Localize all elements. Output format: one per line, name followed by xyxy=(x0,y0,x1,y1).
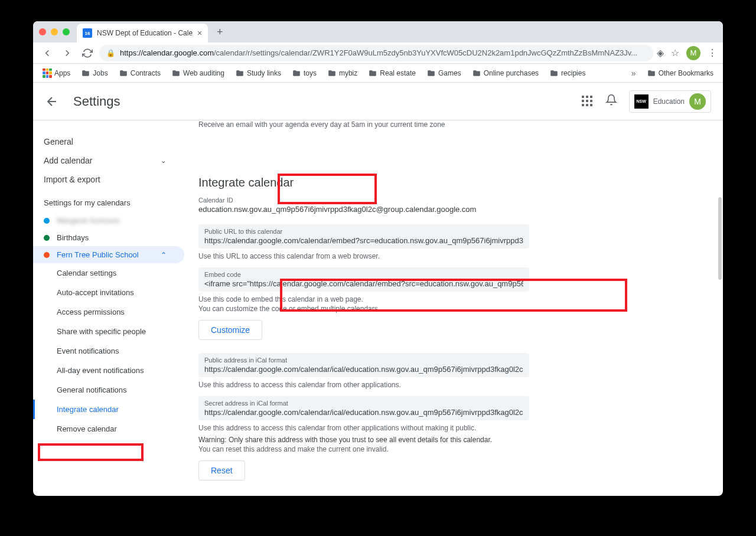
apps-shortcut[interactable]: Apps xyxy=(39,66,74,80)
field-public-url[interactable]: Public URL to this calendar https://cale… xyxy=(198,224,529,249)
folder-icon xyxy=(426,69,436,77)
brand-box[interactable]: NSW Education M xyxy=(629,90,711,113)
field-embed-code[interactable]: Embed code <iframe src="https://calendar… xyxy=(198,267,529,292)
help-text: Use this address to access this calendar… xyxy=(198,381,529,389)
annotation-highlight-sidebar xyxy=(38,443,144,461)
calendar-color-dot xyxy=(44,235,50,241)
sidebar-import-export[interactable]: Import & export xyxy=(33,170,184,189)
sub-allday-notifications[interactable]: All-day event notifications xyxy=(33,361,184,380)
field-value: https://calendar.google.com/calendar/emb… xyxy=(204,236,523,245)
reload-button[interactable] xyxy=(79,45,96,61)
sub-auto-accept[interactable]: Auto-accept invitations xyxy=(33,283,184,302)
notifications-icon[interactable] xyxy=(605,94,617,109)
folder-icon xyxy=(549,69,559,77)
sub-access-permissions[interactable]: Access permissions xyxy=(33,302,184,322)
field-value[interactable]: education.nsw.gov.au_qm9p567i6jmivrppd3f… xyxy=(198,205,529,214)
profile-avatar[interactable]: M xyxy=(686,46,700,60)
bookmark-label: Apps xyxy=(54,69,70,77)
bookmark-mybiz[interactable]: mybiz xyxy=(324,67,361,80)
sidebar-item-label: General xyxy=(44,137,73,146)
field-label: Embed code xyxy=(204,271,523,278)
tab-title: NSW Dept of Education - Cale xyxy=(97,29,193,37)
bookmarks-overflow-button[interactable]: » xyxy=(628,68,640,78)
settings-main-panel: Receive an email with your agenda every … xyxy=(184,120,723,496)
customize-button[interactable]: Customize xyxy=(198,320,262,340)
bookmark-webauditing[interactable]: Web auditing xyxy=(168,67,228,80)
settings-title: Settings xyxy=(73,94,120,109)
bookmark-jobs[interactable]: Jobs xyxy=(77,67,111,80)
calendar-color-dot xyxy=(44,252,50,258)
chrome-menu-button[interactable]: ⋮ xyxy=(708,47,717,58)
bookmark-label: Web auditing xyxy=(183,69,224,77)
bookmark-onlinepurchases[interactable]: Online purchases xyxy=(468,67,542,80)
bookmark-label: Other Bookmarks xyxy=(659,69,713,77)
sub-remove-calendar[interactable]: Remove calendar xyxy=(33,419,184,439)
sidebar-add-calendar[interactable]: Add calendar⌄ xyxy=(33,151,184,170)
scrollbar[interactable] xyxy=(718,197,722,280)
maximize-window-button[interactable] xyxy=(63,28,70,35)
bookmark-label: Games xyxy=(438,69,461,77)
bookmark-games[interactable]: Games xyxy=(423,67,465,80)
minimize-window-button[interactable] xyxy=(51,28,58,35)
field-ical-secret[interactable]: Secret address in iCal format https://ca… xyxy=(198,396,529,420)
other-bookmarks[interactable]: Other Bookmarks xyxy=(643,67,717,80)
account-avatar[interactable]: M xyxy=(689,93,706,110)
folder-icon xyxy=(119,69,128,77)
back-button[interactable] xyxy=(39,45,56,61)
header-right: NSW Education M xyxy=(582,90,711,113)
sub-share-people[interactable]: Share with specific people xyxy=(33,322,184,341)
help-text: Use this address to access this calendar… xyxy=(198,424,529,432)
new-tab-button[interactable]: + xyxy=(211,24,228,40)
browser-tab[interactable]: 16 NSW Dept of Education - Cale × xyxy=(77,24,208,43)
bookmark-recipies[interactable]: recipies xyxy=(546,67,589,80)
folder-icon xyxy=(292,69,301,77)
bookmark-label: Study links xyxy=(247,69,281,77)
folder-icon xyxy=(327,69,337,77)
calendar-name: Fern Tree Public School xyxy=(57,250,139,259)
folder-icon xyxy=(472,69,481,77)
sub-general-notifications[interactable]: General notifications xyxy=(33,380,184,400)
field-ical-public[interactable]: Public address in iCal format https://ca… xyxy=(198,353,529,377)
sidebar-general[interactable]: General xyxy=(33,132,184,151)
address-bar[interactable]: 🔒 https://calendar.google.com/calendar/r… xyxy=(99,45,653,61)
bookmark-contracts[interactable]: Contracts xyxy=(115,67,164,80)
sub-calendar-settings[interactable]: Calendar settings xyxy=(33,263,184,283)
forward-button[interactable] xyxy=(59,45,76,61)
browser-toolbar: 🔒 https://calendar.google.com/calendar/r… xyxy=(33,43,723,64)
sidebar-calendar-2[interactable]: Birthdays xyxy=(33,229,184,246)
folder-icon xyxy=(171,69,181,77)
folder-icon xyxy=(235,69,245,77)
field-value: https://calendar.google.com/calendar/ica… xyxy=(204,408,523,417)
help-text: Use this URL to access this calendar fro… xyxy=(198,252,529,260)
extension-icon[interactable]: ◈ xyxy=(657,47,664,58)
bookmark-label: toys xyxy=(304,69,317,77)
close-window-button[interactable] xyxy=(39,28,46,35)
bookmark-toys[interactable]: toys xyxy=(288,67,320,80)
field-label: Public URL to this calendar xyxy=(204,228,523,235)
bookmark-label: Jobs xyxy=(93,69,107,77)
bookmark-realestate[interactable]: Real estate xyxy=(364,67,419,80)
sub-integrate-calendar[interactable]: Integrate calendar xyxy=(33,400,184,419)
bookmark-label: Contracts xyxy=(131,69,161,77)
bookmark-star-icon[interactable]: ☆ xyxy=(671,47,679,58)
bookmark-label: Real estate xyxy=(380,69,416,77)
nsw-logo: NSW xyxy=(634,94,649,109)
sidebar-calendar-3[interactable]: Fern Tree Public School⌃ xyxy=(33,246,184,263)
reset-button[interactable]: Reset xyxy=(198,460,245,481)
sidebar-heading-mycals: Settings for my calendars xyxy=(33,189,184,212)
bookmarks-bar: Apps Jobs Contracts Web auditing Study l… xyxy=(33,64,723,83)
sidebar-calendar-1[interactable]: Margaret Acimovic xyxy=(33,212,184,229)
apps-launcher-icon[interactable] xyxy=(582,96,594,107)
previous-section-text: Receive an email with your agenda every … xyxy=(198,120,709,140)
settings-back-button[interactable] xyxy=(45,94,59,109)
field-value: https://calendar.google.com/calendar/ica… xyxy=(204,365,523,374)
settings-sidebar: General Add calendar⌄ Import & export Se… xyxy=(33,120,184,496)
folder-icon xyxy=(81,69,90,77)
apps-icon xyxy=(43,68,52,78)
window-controls xyxy=(39,28,70,35)
bookmark-label: Online purchases xyxy=(484,69,539,77)
bookmark-studylinks[interactable]: Study links xyxy=(232,67,285,80)
field-calendar-id: Calendar ID education.nsw.gov.au_qm9p567… xyxy=(198,197,529,214)
close-tab-button[interactable]: × xyxy=(197,28,202,38)
sub-event-notifications[interactable]: Event notifications xyxy=(33,341,184,361)
